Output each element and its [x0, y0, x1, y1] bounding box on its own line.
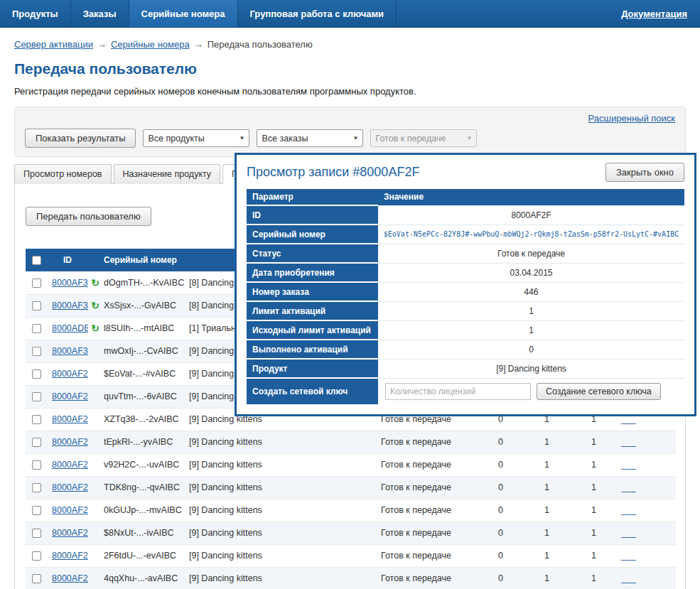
serial-id-link[interactable]: 8000AF2C — [52, 437, 88, 447]
row-details-link[interactable]: ___ — [621, 437, 636, 447]
serial-id-link[interactable]: 8000AF26 — [52, 573, 88, 583]
param-value: 1 — [378, 320, 684, 340]
product-name: [9] Dancing kittens — [188, 453, 379, 476]
tab-item[interactable]: Просмотр номеров — [14, 164, 112, 184]
serial-number: tEpkRl-...-yvAIBC — [102, 431, 188, 453]
status-text: Готов к передаче — [379, 453, 497, 476]
row-checkbox[interactable] — [32, 415, 41, 424]
modal-param-row: Исходный лимит активаций1 — [247, 320, 684, 340]
row-select-cell — [26, 271, 47, 294]
serial-number: $8NxUt-...-ivAIBC — [102, 522, 188, 544]
nav-item[interactable]: Заказы — [71, 0, 129, 27]
product-name: [9] Dancing kittens — [188, 476, 379, 499]
create-network-key-button[interactable]: Создание сетевого ключа — [537, 383, 661, 400]
select-value: Все продукты — [148, 134, 204, 144]
row-checkbox[interactable] — [32, 506, 41, 515]
nav-item[interactable]: Групповая работа с ключами — [238, 0, 397, 27]
serial-number: 4qqXhu-...-avAIBC — [102, 567, 188, 589]
breadcrumb-separator: → — [97, 39, 107, 50]
icon-cell: ↻ — [88, 271, 102, 294]
status-text: Готов к передаче — [379, 431, 497, 453]
select-all-checkbox[interactable] — [32, 256, 41, 265]
nav-item[interactable]: Серийные номера — [129, 0, 238, 27]
table-row: 8000AF290kGUJp-...-mvAIBC[9] Dancing kit… — [26, 499, 676, 522]
activations-initial: 1 — [590, 522, 620, 544]
serial-number: 0kGUJp-...-mvAIBC — [102, 499, 188, 522]
row-checkbox[interactable] — [32, 529, 41, 538]
serial-id-link[interactable]: 8000AF31 — [52, 301, 88, 310]
serial-id-link[interactable]: 8000AF28 — [52, 528, 88, 538]
row-details-link[interactable]: ___ — [621, 551, 636, 561]
param-value: 8000AF2F — [378, 205, 684, 225]
products-filter-select[interactable]: Все продукты▼ — [143, 129, 249, 147]
action-cell: ___ — [620, 431, 676, 453]
serial-number: XsSjsx-...-GvAIBC — [102, 294, 188, 317]
row-checkbox[interactable] — [32, 574, 41, 583]
tab-item[interactable]: Назначение продукту — [114, 164, 221, 184]
license-count-input[interactable] — [385, 383, 531, 400]
modal-param-row: Номер заказа446 — [247, 282, 684, 301]
serial-id-link[interactable]: 8000AF2A — [52, 482, 88, 492]
row-checkbox[interactable] — [32, 301, 41, 310]
close-window-button[interactable]: Закрыть окно — [605, 163, 684, 182]
refresh-icon: ↻ — [91, 323, 99, 334]
serial-id-link[interactable]: 8000AF29 — [52, 505, 88, 515]
serial-id-link[interactable]: 8000AF2B — [52, 460, 88, 470]
serial-id-link[interactable]: 8000AF2E — [52, 391, 88, 401]
param-name: Серийный номер — [247, 225, 378, 244]
serial-id-link[interactable]: 8000AF27 — [52, 551, 88, 561]
nav-item[interactable]: Продукты — [0, 0, 71, 27]
param-name: Выполнено активаций — [247, 340, 378, 359]
icon-cell — [88, 499, 102, 522]
serial-id-link[interactable]: 8000AF32 — [52, 278, 88, 288]
product-name: [9] Dancing kittens — [188, 544, 379, 567]
orders-filter-select[interactable]: Все заказы▼ — [257, 129, 363, 147]
docs-link[interactable]: Документация — [621, 9, 687, 19]
param-name: Статус — [247, 244, 378, 263]
breadcrumb-item[interactable]: Серийные номера — [111, 39, 190, 50]
serial-id-link[interactable]: 8000AF30 — [52, 346, 88, 356]
product-name: [9] Dancing kittens — [188, 499, 379, 522]
row-details-link[interactable]: ___ — [621, 528, 636, 538]
row-details-link[interactable]: ___ — [621, 505, 636, 515]
id-cell: 8000AF2A — [47, 476, 88, 499]
row-select-cell — [26, 385, 47, 408]
modal-param-row: Лимит активаций1 — [247, 301, 684, 320]
transfer-to-user-button[interactable]: Передать пользователю — [26, 207, 151, 226]
serial-id-link[interactable]: 8000AF2F — [52, 369, 88, 379]
row-checkbox[interactable] — [32, 279, 41, 288]
breadcrumb-item: Передача пользователю — [208, 39, 313, 50]
row-checkbox[interactable] — [32, 551, 41, 561]
select-all-cell — [26, 249, 47, 271]
row-checkbox[interactable] — [32, 438, 41, 447]
row-details-link[interactable]: ___ — [621, 482, 636, 492]
activations-limit: 1 — [543, 431, 590, 453]
serial-number: v92H2C-...-uvAIBC — [102, 453, 188, 476]
activations-initial: 1 — [590, 544, 620, 567]
row-checkbox[interactable] — [32, 460, 41, 470]
param-name: Дата приобретения — [247, 263, 378, 282]
show-results-button[interactable]: Показать результаты — [25, 129, 136, 148]
status-text: Готов к передаче — [379, 544, 497, 567]
advanced-search-link[interactable]: Расширенный поиск — [588, 113, 675, 124]
param-name: Продукт — [247, 359, 378, 378]
id-cell: 8000AF31 — [47, 294, 88, 317]
row-details-link[interactable]: ___ — [621, 460, 636, 470]
serial-id-link[interactable]: 8000ADB9 — [52, 323, 88, 333]
serial-id-link[interactable]: 8000AF2D — [52, 414, 88, 424]
row-checkbox[interactable] — [32, 324, 41, 333]
row-checkbox[interactable] — [32, 369, 41, 379]
row-select-cell — [26, 408, 47, 431]
row-checkbox[interactable] — [32, 347, 41, 356]
icon-cell — [88, 476, 102, 499]
breadcrumb-item[interactable]: Сервер активации — [14, 39, 93, 50]
table-row: 8000AF28$8NxUt-...-ivAIBC[9] Dancing kit… — [26, 522, 676, 544]
icon-cell — [88, 522, 102, 544]
row-checkbox[interactable] — [32, 392, 41, 401]
breadcrumb: Сервер активации→Серийные номера→Передач… — [14, 39, 686, 50]
icon-column-header — [88, 249, 102, 271]
id-cell: 8000AF30 — [47, 340, 88, 362]
activations-initial: 1 — [590, 431, 620, 453]
row-details-link[interactable]: ___ — [621, 573, 636, 583]
row-checkbox[interactable] — [32, 483, 41, 492]
